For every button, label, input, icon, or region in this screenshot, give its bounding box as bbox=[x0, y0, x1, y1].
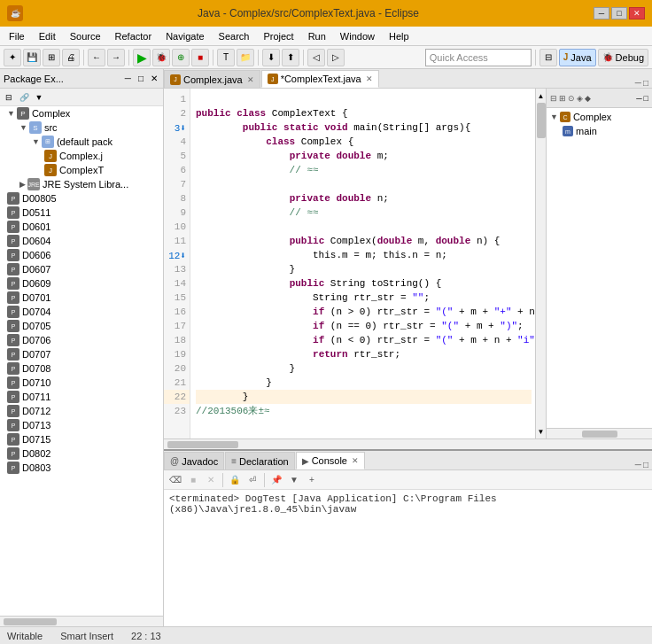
outline-item-main[interactable]: m main bbox=[548, 124, 650, 138]
pe-item-d00805[interactable]: P D00805 bbox=[0, 191, 163, 206]
outline-item-complex[interactable]: ▼ C Complex bbox=[548, 110, 650, 124]
pe-item-d0705[interactable]: P D0705 bbox=[0, 319, 163, 333]
next-edit-button[interactable]: → bbox=[107, 49, 125, 66]
new-button[interactable]: ✦ bbox=[4, 49, 21, 66]
console-pin-btn[interactable]: 📌 bbox=[268, 472, 284, 488]
menu-project[interactable]: Project bbox=[258, 29, 299, 43]
tab-console[interactable]: ▶ Console ✕ bbox=[296, 452, 365, 469]
menu-window[interactable]: Window bbox=[335, 29, 380, 43]
pe-item-d0607[interactable]: P D0607 bbox=[0, 262, 163, 276]
pe-item-complex-java[interactable]: J Complex.j bbox=[0, 149, 163, 163]
debug-btn[interactable]: 🐞 bbox=[152, 49, 170, 66]
debug-perspective-button[interactable]: 🐞 Debug bbox=[598, 49, 648, 66]
pe-item-d0606[interactable]: P D0606 bbox=[0, 248, 163, 262]
pe-item-d0706[interactable]: P D0706 bbox=[0, 333, 163, 347]
menu-help[interactable]: Help bbox=[384, 29, 415, 43]
pe-item-d0711[interactable]: P D0711 bbox=[0, 390, 163, 404]
forward-button[interactable]: ▷ bbox=[327, 49, 345, 66]
pe-item-d0707[interactable]: P D0707 bbox=[0, 347, 163, 361]
console-scroll-lock-btn[interactable]: 🔒 bbox=[227, 472, 243, 488]
code-content[interactable]: public class ComplexText { public static… bbox=[190, 89, 535, 438]
rp-vscroll[interactable] bbox=[547, 428, 652, 438]
code-editor[interactable]: 1 2 3⬇ 4 5 6 7 8 9 10 11 12⬇ 13 14 15 16 bbox=[164, 89, 546, 438]
outline-max-icon[interactable]: □ bbox=[644, 94, 648, 103]
menu-run[interactable]: Run bbox=[303, 29, 331, 43]
pe-menu-btn[interactable]: ▼ bbox=[32, 90, 46, 105]
perspective-list-button[interactable]: ⊟ bbox=[539, 49, 557, 66]
editor-vscroll[interactable]: ▲ ▼ bbox=[535, 89, 546, 438]
menu-source[interactable]: Source bbox=[65, 29, 106, 43]
pe-item-d0803[interactable]: P D0803 bbox=[0, 461, 163, 475]
tab-close-icon[interactable]: ✕ bbox=[247, 75, 254, 84]
console-new-btn[interactable]: + bbox=[304, 472, 320, 488]
open-resource-button[interactable]: 📁 bbox=[237, 49, 254, 66]
pe-item-jre[interactable]: ▶ JRE JRE System Libra... bbox=[0, 177, 163, 191]
console-word-wrap-btn[interactable]: ⏎ bbox=[244, 472, 260, 488]
tab-close2-icon[interactable]: ✕ bbox=[366, 74, 373, 83]
pe-item-default-pkg[interactable]: ▼ ⊞ (default pack bbox=[0, 135, 163, 149]
pe-item-d0701[interactable]: P D0701 bbox=[0, 291, 163, 305]
pe-item-d0712[interactable]: P D0712 bbox=[0, 404, 163, 418]
maximize-button[interactable]: □ bbox=[611, 7, 627, 19]
tab-complex-java[interactable]: J Complex.java ✕ bbox=[164, 70, 260, 88]
editor-hscroll[interactable] bbox=[164, 438, 652, 449]
next-annot-button[interactable]: ⬇ bbox=[262, 49, 280, 66]
pe-item-d0604[interactable]: P D0604 bbox=[0, 234, 163, 248]
tab-complextext-java[interactable]: J *ComplexText.java ✕ bbox=[261, 70, 379, 88]
pe-link-btn[interactable]: 🔗 bbox=[17, 90, 31, 105]
menu-refactor[interactable]: Refactor bbox=[110, 29, 158, 43]
editor-max-icon[interactable]: □ bbox=[643, 78, 648, 88]
print-button[interactable]: 🖨 bbox=[62, 49, 80, 66]
pe-item-complex[interactable]: ▼ P Complex bbox=[0, 106, 163, 120]
close-button[interactable]: ✕ bbox=[629, 7, 645, 19]
save-all-button[interactable]: ⊞ bbox=[43, 49, 60, 66]
pe-item-d0710[interactable]: P D0710 bbox=[0, 376, 163, 390]
back-button[interactable]: ◁ bbox=[307, 49, 325, 66]
console-stop-btn[interactable]: ■ bbox=[185, 472, 201, 488]
console-remove-btn[interactable]: ✕ bbox=[203, 472, 219, 488]
rp-hscroll-thumb[interactable] bbox=[582, 431, 617, 438]
menu-edit[interactable]: Edit bbox=[34, 29, 61, 43]
pe-item-src[interactable]: ▼ S src bbox=[0, 120, 163, 135]
open-type-button[interactable]: T bbox=[217, 49, 235, 66]
run-button[interactable]: ▶ bbox=[133, 49, 151, 66]
pe-minimize-icon[interactable]: ─ bbox=[123, 74, 133, 83]
prev-annot-button[interactable]: ⬆ bbox=[282, 49, 299, 66]
pe-hscroll[interactable] bbox=[0, 616, 163, 626]
coverage-button[interactable]: ⊕ bbox=[172, 49, 190, 66]
pe-item-d0802[interactable]: P D0802 bbox=[0, 446, 163, 461]
console-tab-close-icon[interactable]: ✕ bbox=[352, 456, 359, 465]
pe-close-icon[interactable]: ✕ bbox=[149, 74, 159, 83]
console-select-btn[interactable]: ▼ bbox=[286, 472, 302, 488]
menu-search[interactable]: Search bbox=[213, 29, 255, 43]
save-button[interactable]: 💾 bbox=[23, 49, 41, 66]
menu-navigate[interactable]: Navigate bbox=[160, 29, 209, 43]
bottom-min-icon[interactable]: ─ bbox=[635, 460, 641, 469]
editor-min-icon[interactable]: ─ bbox=[635, 78, 641, 88]
scroll-thumb[interactable] bbox=[537, 103, 546, 138]
pe-item-d0511[interactable]: P D0511 bbox=[0, 206, 163, 220]
editor-hscroll-thumb[interactable] bbox=[167, 441, 238, 448]
quick-access-input[interactable]: Quick Access bbox=[425, 49, 532, 66]
tab-javadoc[interactable]: @ Javadoc bbox=[164, 452, 224, 469]
minimize-button[interactable]: ─ bbox=[594, 7, 609, 19]
console-clear-btn[interactable]: ⌫ bbox=[167, 472, 183, 488]
scroll-down-btn[interactable]: ▼ bbox=[536, 424, 546, 438]
pe-item-d0601[interactable]: P D0601 bbox=[0, 220, 163, 234]
pe-hscroll-thumb[interactable] bbox=[4, 618, 57, 625]
scroll-track[interactable] bbox=[536, 103, 546, 424]
pe-maximize-icon[interactable]: □ bbox=[136, 74, 145, 83]
pe-item-d0715[interactable]: P D0715 bbox=[0, 432, 163, 446]
menu-file[interactable]: File bbox=[4, 29, 30, 43]
java-perspective-button[interactable]: J Java bbox=[559, 49, 596, 66]
bottom-max-icon[interactable]: □ bbox=[643, 460, 648, 469]
stop-button[interactable]: ■ bbox=[191, 49, 209, 66]
scroll-up-btn[interactable]: ▲ bbox=[536, 89, 546, 103]
pe-item-d0609[interactable]: P D0609 bbox=[0, 276, 163, 291]
outline-min-icon[interactable]: ─ bbox=[636, 94, 641, 103]
tab-declaration[interactable]: ≡ Declaration bbox=[225, 452, 294, 469]
pe-collapse-btn[interactable]: ⊟ bbox=[2, 90, 16, 105]
pe-item-d0713[interactable]: P D0713 bbox=[0, 418, 163, 432]
pe-item-complextext-java[interactable]: J ComplexT bbox=[0, 163, 163, 177]
pe-item-d0704[interactable]: P D0704 bbox=[0, 305, 163, 319]
